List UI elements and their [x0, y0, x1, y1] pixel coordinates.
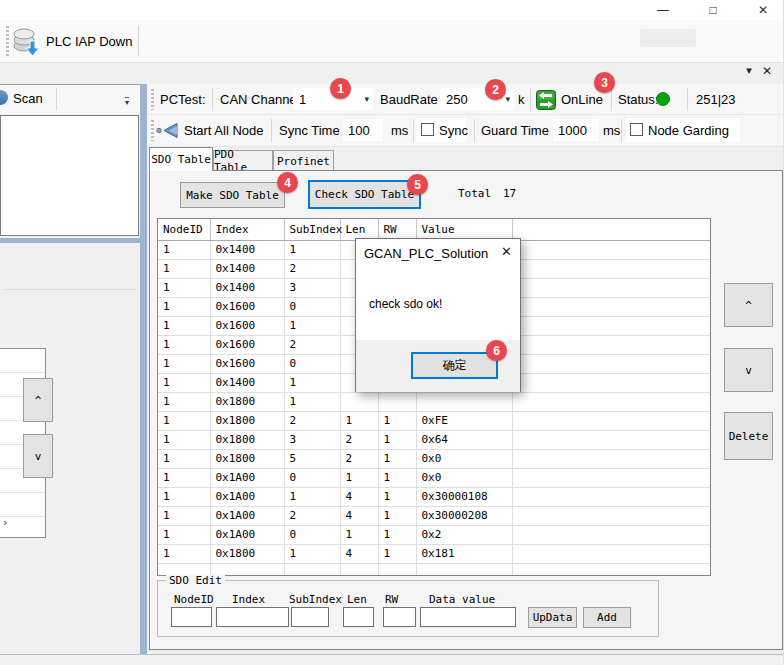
column-header[interactable]: NodeID	[158, 219, 210, 240]
node-garding-checkbox[interactable]	[630, 123, 643, 136]
horizontal-splitter[interactable]	[0, 238, 140, 243]
edit-len-input[interactable]	[343, 607, 374, 627]
left-move-down-button[interactable]: v	[23, 434, 53, 478]
plc-iap-down-button[interactable]: PLC IAP Down	[13, 22, 133, 60]
column-header[interactable]: Value	[416, 219, 512, 240]
maximize-button[interactable]: □	[698, 0, 728, 20]
table-row[interactable]: 10x18002110xFE	[158, 411, 710, 430]
toolbar-grip[interactable]	[151, 89, 154, 110]
separator	[413, 119, 414, 142]
add-button[interactable]: Add	[583, 607, 631, 628]
panel-groove	[4, 289, 136, 290]
table-cell: 0x1800	[210, 411, 284, 430]
column-header[interactable]: RW	[378, 219, 416, 240]
pane-collapse-icon[interactable]: ▾	[742, 64, 756, 80]
device-list[interactable]	[0, 115, 139, 236]
row-move-down-button[interactable]: v	[724, 348, 773, 392]
table-cell: 2	[284, 411, 340, 430]
vertical-splitter[interactable]	[140, 84, 147, 654]
chevron-down-icon: ▾	[505, 94, 514, 104]
table-cell: 1	[284, 316, 340, 335]
left-move-up-button[interactable]: ^	[23, 378, 53, 422]
column-header[interactable]: SubIndex	[284, 219, 340, 240]
separator	[271, 119, 272, 142]
table-cell: 1	[340, 525, 378, 544]
table-cell	[512, 468, 710, 487]
scan-button[interactable]: Scan	[13, 90, 43, 107]
dialog-title: GCAN_PLC_Solution	[364, 246, 488, 261]
table-cell	[284, 563, 340, 575]
sync-arrows-icon	[536, 90, 556, 110]
scan-label: Scan	[13, 91, 43, 106]
table-cell: 1	[284, 392, 340, 411]
check-sdo-table-button[interactable]: Check SDO Table	[308, 180, 421, 209]
table-cell: 0	[284, 525, 340, 544]
tab-sdo-table[interactable]: SDO Table	[149, 147, 213, 171]
dialog-close-button[interactable]: ✕	[501, 244, 512, 259]
annotation-badge-5: 5	[407, 174, 428, 195]
table-cell: 5	[284, 449, 340, 468]
baudrate-label: BaudRate	[380, 91, 438, 108]
table-cell: 1	[340, 411, 378, 430]
tab-profinet[interactable]: Profinet	[273, 150, 334, 171]
table-row[interactable]: 10x1A000110x0	[158, 468, 710, 487]
toolbar-grip[interactable]	[151, 120, 154, 141]
table-cell: 0x1A00	[210, 506, 284, 525]
annotation-badge-2: 2	[485, 79, 506, 100]
edit-rw-input[interactable]	[383, 607, 416, 627]
column-header[interactable]	[512, 219, 710, 240]
table-cell: 4	[340, 544, 378, 563]
edit-subindex-input[interactable]	[291, 607, 329, 627]
table-row[interactable]: 10x18001410x181	[158, 544, 710, 563]
table-cell	[512, 335, 710, 354]
make-sdo-table-button[interactable]: Make SDO Table	[180, 182, 285, 208]
column-header[interactable]: Index	[210, 219, 284, 240]
table-cell: 0x30000208	[416, 506, 512, 525]
start-all-node-button[interactable]: Start All Node	[156, 122, 264, 139]
table-row[interactable]: 10x1A001410x30000108	[158, 487, 710, 506]
column-header[interactable]: Len	[340, 219, 378, 240]
dialog-ok-button[interactable]: 确定	[411, 352, 498, 379]
guard-time-input[interactable]	[553, 119, 599, 141]
tab-pdo-table[interactable]: PDO Table	[213, 150, 273, 171]
edit-index-input[interactable]	[216, 607, 289, 627]
table-cell: 0x1800	[210, 544, 284, 563]
table-row[interactable]: 10x18005210x0	[158, 449, 710, 468]
table-cell: 2	[284, 506, 340, 525]
table-cell: 1	[340, 468, 378, 487]
message-dialog: GCAN_PLC_Solution ✕ check sdo ok! 确定	[355, 238, 521, 392]
table-cell: 1	[378, 468, 416, 487]
chevron-down-icon: ▾	[364, 94, 373, 104]
scroll-right-icon[interactable]: ›	[2, 516, 9, 529]
edit-data-value-input[interactable]	[420, 607, 516, 627]
delete-row-button[interactable]: Delete	[724, 412, 773, 460]
sync-time-input[interactable]	[343, 119, 383, 141]
pane-close-icon[interactable]: ✕	[759, 64, 775, 80]
sdo-edit-legend: SDO Edit	[166, 574, 225, 587]
edit-nodeid-label: NodeID	[174, 593, 214, 606]
minimize-button[interactable]: —	[648, 0, 678, 20]
table-row[interactable]: 10x1A000110x2	[158, 525, 710, 544]
table-row[interactable]: 10x18001	[158, 392, 710, 411]
separator	[530, 88, 531, 111]
table-cell: 2	[284, 335, 340, 354]
table-cell	[416, 392, 512, 411]
annotation-badge-3: 3	[594, 72, 615, 93]
sdo-table-header-row: NodeIDIndexSubIndexLenRWValue	[158, 219, 710, 240]
table-row[interactable]: 10x1A002410x30000208	[158, 506, 710, 525]
button-label: Check SDO Table	[315, 188, 414, 201]
table-cell: 4	[340, 506, 378, 525]
table-cell: 1	[158, 335, 210, 354]
sync-checkbox[interactable]	[421, 123, 434, 136]
toolbar-overflow-button[interactable]: ▾	[125, 97, 129, 107]
row-move-up-button[interactable]: ^	[724, 283, 773, 327]
counters-label: 251|23	[696, 91, 736, 108]
edit-nodeid-input[interactable]	[171, 607, 212, 627]
table-row[interactable]: 10x18003210x64	[158, 430, 710, 449]
close-button[interactable]: ✕	[746, 0, 780, 20]
table-cell	[512, 354, 710, 373]
toolbar-grip[interactable]	[6, 26, 9, 56]
table-cell: 4	[340, 487, 378, 506]
updata-button[interactable]: UpData	[528, 607, 577, 628]
plc-iap-down-label: PLC IAP Down	[46, 33, 132, 50]
